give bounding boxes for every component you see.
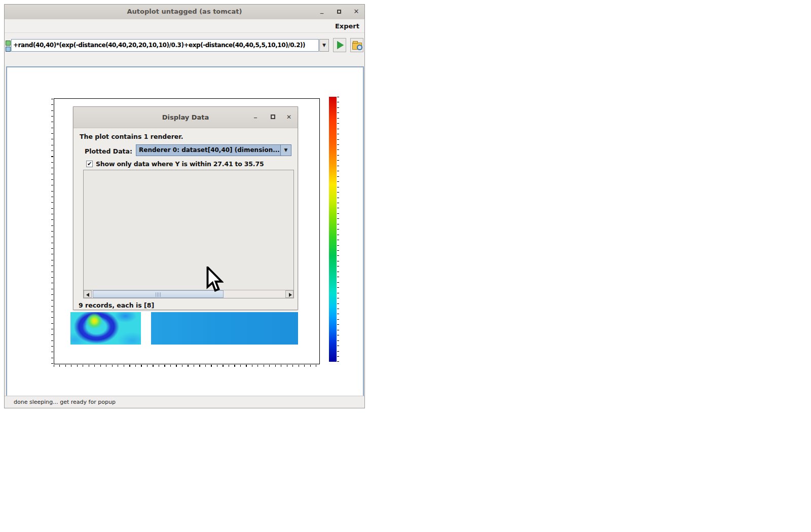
table-scrollpane <box>83 170 294 298</box>
y-axis-minor-ticks <box>51 99 53 364</box>
plotted-data-label: Plotted Data: <box>85 147 132 155</box>
horizontal-scrollbar[interactable] <box>84 290 293 298</box>
dialog-title-bar[interactable]: Display Data _ ✕ <box>73 107 298 128</box>
spectrogram-strip-right <box>151 312 298 345</box>
filter-label: Show only data where Y is within 27.41 t… <box>96 160 264 168</box>
minimize-icon[interactable]: _ <box>316 7 328 17</box>
go-button[interactable] <box>333 38 346 52</box>
colorbar-minor-ticks <box>337 97 339 362</box>
uri-datasource-icon <box>6 41 11 53</box>
dialog-minimize-icon[interactable]: _ <box>249 109 262 120</box>
uri-input[interactable]: +rand(40,40)*(exp(-distance(40,40,20,20,… <box>11 39 319 52</box>
autoplot-window: Autoplot untagged (as tomcat) _ ✕ Expert… <box>4 4 365 408</box>
close-icon[interactable]: ✕ <box>350 7 362 17</box>
status-text: done sleeping... get ready for popup <box>14 399 116 405</box>
display-data-dialog: Display Data _ ✕ The plot contains 1 ren… <box>73 106 298 310</box>
magnifier-icon <box>357 45 362 50</box>
menu-bar: Expert <box>5 19 364 33</box>
status-bar: done sleeping... get ready for popup <box>5 396 364 408</box>
window-title: Autoplot untagged (as tomcat) <box>5 8 364 15</box>
dialog-close-icon[interactable]: ✕ <box>282 111 296 123</box>
folder-open-icon <box>352 43 362 50</box>
mouse-cursor-icon <box>205 267 224 294</box>
renderer-count-text: The plot contains 1 renderer. <box>80 133 183 140</box>
scrollbar-thumb[interactable] <box>93 290 224 298</box>
dialog-title: Display Data <box>73 113 298 121</box>
open-file-button[interactable] <box>350 38 363 52</box>
scroll-left-icon[interactable] <box>84 290 92 298</box>
colorbar <box>329 97 337 362</box>
maximize-square-icon <box>337 10 341 14</box>
maximize-icon[interactable] <box>333 7 345 17</box>
x-axis-minor-ticks <box>54 365 319 367</box>
combobox-value: Renderer 0: dataset[40,40] (dimension... <box>139 146 280 154</box>
play-icon <box>337 41 344 49</box>
uri-green-square-icon <box>6 41 11 46</box>
scroll-right-icon[interactable] <box>285 290 293 298</box>
dialog-maximize-icon[interactable] <box>266 111 279 123</box>
combobox-arrow-icon[interactable]: ▼ <box>280 145 291 156</box>
menu-expert[interactable]: Expert <box>335 22 359 30</box>
records-summary: 9 records, each is [8] <box>79 301 154 309</box>
uri-dropdown-button[interactable]: ▼ <box>319 39 329 52</box>
plotted-data-combobox[interactable]: Renderer 0: dataset[40,40] (dimension...… <box>136 144 291 156</box>
title-bar[interactable]: Autoplot untagged (as tomcat) _ ✕ <box>5 5 364 20</box>
left-triangle-icon <box>86 293 89 297</box>
filter-checkbox[interactable]: ✔ <box>86 161 93 167</box>
uri-blue-square-icon <box>6 47 11 52</box>
spectrogram-strip-left <box>70 312 141 345</box>
scrollbar-grip-icon <box>156 292 161 297</box>
dialog-maximize-square-icon <box>271 115 275 119</box>
right-triangle-icon <box>289 293 292 297</box>
